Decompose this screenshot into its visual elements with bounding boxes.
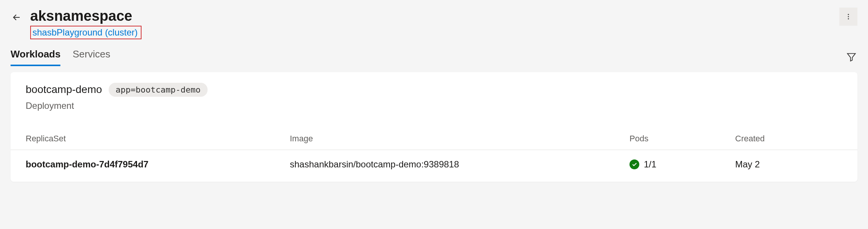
label-badge: app=bootcamp-demo: [109, 83, 207, 97]
svg-point-1: [848, 16, 849, 17]
table-header: ReplicaSet Image Pods Created: [26, 134, 842, 150]
workload-name: bootcamp-demo: [26, 84, 102, 96]
col-header-replicaset: ReplicaSet: [26, 134, 290, 144]
cell-created: May 2: [735, 159, 842, 170]
workload-kind: Deployment: [26, 101, 842, 111]
table-row[interactable]: bootcamp-demo-7d4f7954d7 shashankbarsin/…: [26, 150, 842, 170]
status-ok-icon: [629, 159, 639, 169]
filter-button[interactable]: [845, 51, 857, 63]
col-header-image: Image: [290, 134, 629, 144]
cluster-link[interactable]: shasbPlayground (cluster): [30, 26, 142, 39]
filter-icon: [846, 52, 857, 62]
col-header-pods: Pods: [629, 134, 735, 144]
page-title: aksnamespace: [30, 8, 142, 25]
more-vertical-icon: [845, 13, 852, 20]
cell-pods: 1/1: [644, 159, 656, 170]
svg-point-2: [848, 18, 849, 19]
arrow-left-icon: [11, 12, 22, 23]
tab-services[interactable]: Services: [72, 48, 110, 66]
col-header-created: Created: [735, 134, 842, 144]
tab-workloads[interactable]: Workloads: [11, 48, 60, 66]
cell-image: shashankbarsin/bootcamp-demo:9389818: [290, 159, 629, 170]
back-button[interactable]: [11, 11, 23, 23]
tabs: Workloads Services: [11, 48, 110, 66]
more-actions-button[interactable]: [839, 8, 857, 26]
cell-replicaset: bootcamp-demo-7d4f7954d7: [26, 159, 290, 170]
workload-card: bootcamp-demo app=bootcamp-demo Deployme…: [11, 72, 857, 182]
svg-point-0: [848, 14, 849, 15]
